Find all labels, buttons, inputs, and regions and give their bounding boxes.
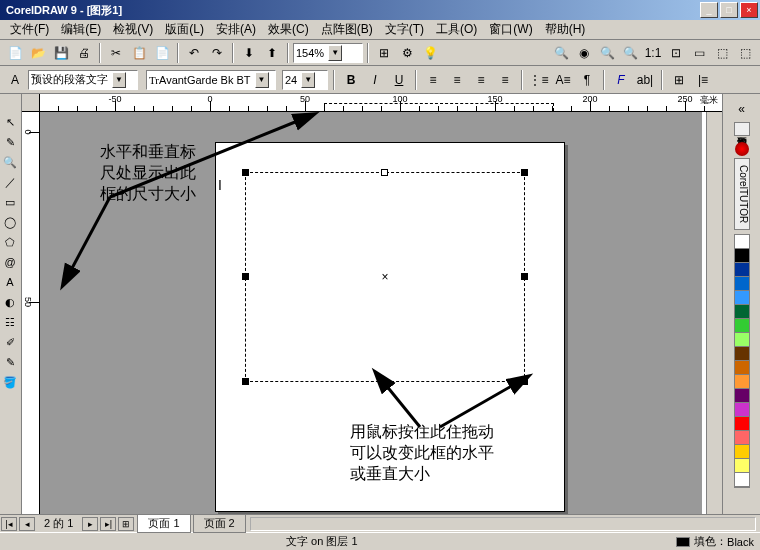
open-button[interactable]: 📂: [27, 42, 49, 64]
preset-a-button[interactable]: A: [4, 69, 26, 91]
color-swatch[interactable]: [735, 333, 749, 347]
color-swatch[interactable]: [735, 445, 749, 459]
text-preset-combo[interactable]: 预设的段落文字 ▼: [28, 70, 138, 90]
font-combo[interactable]: Tr AvantGarde Bk BT ▼: [146, 70, 276, 90]
app-launcher-button[interactable]: 🔍: [550, 42, 572, 64]
menu-arrange[interactable]: 安排(A): [210, 19, 262, 40]
zoom-in-button[interactable]: 🔍: [596, 42, 618, 64]
rectangle-tool[interactable]: ▭: [0, 192, 20, 212]
page-last-button[interactable]: ▸|: [100, 517, 116, 531]
page-add-button[interactable]: ⊞: [118, 517, 134, 531]
resize-handle-n[interactable]: [381, 169, 388, 176]
shape-tool[interactable]: ✎: [0, 132, 20, 152]
save-button[interactable]: 💾: [50, 42, 72, 64]
menu-text[interactable]: 文字(T): [379, 19, 430, 40]
edit-text-button[interactable]: ab|: [634, 69, 656, 91]
menu-edit[interactable]: 编辑(E): [55, 19, 107, 40]
outline-tool[interactable]: ✎: [0, 352, 20, 372]
close-button[interactable]: ×: [740, 2, 758, 18]
import-button[interactable]: ⬇: [238, 42, 260, 64]
interactive-transparency-tool[interactable]: ☷: [0, 312, 20, 332]
dropcap-button[interactable]: A≡: [552, 69, 574, 91]
page-first-button[interactable]: |◂: [1, 517, 17, 531]
page-tab-2[interactable]: 页面 2: [193, 514, 246, 533]
color-swatch[interactable]: [735, 263, 749, 277]
docker-tab-tutor[interactable]: CorelTUTOR: [734, 158, 750, 230]
color-swatch[interactable]: [735, 403, 749, 417]
new-button[interactable]: 📄: [4, 42, 26, 64]
zoom-combo[interactable]: 154% ▼: [293, 43, 363, 63]
dropdown-arrow-icon[interactable]: ▼: [255, 72, 269, 88]
page-prev-button[interactable]: ◂: [19, 517, 35, 531]
paste-button[interactable]: 📄: [151, 42, 173, 64]
color-swatch[interactable]: [735, 375, 749, 389]
polygon-tool[interactable]: ⬠: [0, 232, 20, 252]
page-tab-1[interactable]: 页面 1: [137, 514, 190, 533]
redo-button[interactable]: ↷: [206, 42, 228, 64]
export-button[interactable]: ⬆: [261, 42, 283, 64]
color-swatch[interactable]: [735, 459, 749, 473]
color-swatch[interactable]: [735, 305, 749, 319]
pick-tool[interactable]: ↖: [0, 112, 20, 132]
copy-button[interactable]: 📋: [128, 42, 150, 64]
color-swatch[interactable]: [735, 389, 749, 403]
resize-handle-sw[interactable]: [242, 378, 249, 385]
print-button[interactable]: 🖨: [73, 42, 95, 64]
zoom-out-button[interactable]: 🔍: [619, 42, 641, 64]
canvas[interactable]: × I 水平和垂直标 尺处显示出此 框的尺寸大小 用鼠标按住此住拖动 可以改变此…: [40, 112, 702, 514]
docker-tab-scripts[interactable]: 脚本和预设: [734, 122, 750, 136]
color-swatch[interactable]: [735, 319, 749, 333]
menu-window[interactable]: 窗口(W): [483, 19, 538, 40]
cut-button[interactable]: ✂: [105, 42, 127, 64]
resize-handle-ne[interactable]: [521, 169, 528, 176]
text-tool[interactable]: A: [0, 272, 20, 292]
format-text-button[interactable]: F: [610, 69, 632, 91]
bulb-button[interactable]: 💡: [419, 42, 441, 64]
horizontal-ruler[interactable]: 毫米 -100-50050100150200250: [40, 94, 722, 112]
text-vertical-button[interactable]: |≡: [692, 69, 714, 91]
zoom-width-button[interactable]: ⬚: [711, 42, 733, 64]
corel-button[interactable]: ◉: [573, 42, 595, 64]
eyedropper-tool[interactable]: ✐: [0, 332, 20, 352]
menu-file[interactable]: 文件(F): [4, 19, 55, 40]
page-next-button[interactable]: ▸: [82, 517, 98, 531]
dropdown-arrow-icon[interactable]: ▼: [328, 45, 342, 61]
horizontal-scrollbar[interactable]: [250, 517, 756, 531]
spiral-tool[interactable]: @: [0, 252, 20, 272]
bullets-button[interactable]: ⋮≡: [528, 69, 550, 91]
dropdown-arrow-icon[interactable]: ▼: [112, 72, 126, 88]
menu-help[interactable]: 帮助(H): [539, 19, 592, 40]
zoom-fit-button[interactable]: ⊡: [665, 42, 687, 64]
color-swatch[interactable]: [735, 277, 749, 291]
minimize-button[interactable]: _: [700, 2, 718, 18]
color-swatch[interactable]: [735, 431, 749, 445]
bold-button[interactable]: B: [340, 69, 362, 91]
options-button[interactable]: ⚙: [396, 42, 418, 64]
menu-layout[interactable]: 版面(L): [159, 19, 210, 40]
menu-bitmaps[interactable]: 点阵图(B): [315, 19, 379, 40]
zoom-tool[interactable]: 🔍: [0, 152, 20, 172]
align-left-button[interactable]: ≡: [422, 69, 444, 91]
snap-button[interactable]: ⊞: [373, 42, 395, 64]
color-swatch[interactable]: [735, 249, 749, 263]
nonprinting-button[interactable]: ⊞: [668, 69, 690, 91]
menu-effects[interactable]: 效果(C): [262, 19, 315, 40]
color-swatch[interactable]: [735, 417, 749, 431]
undo-button[interactable]: ↶: [183, 42, 205, 64]
color-swatch[interactable]: [735, 361, 749, 375]
color-swatch[interactable]: [735, 347, 749, 361]
menu-tools[interactable]: 工具(O): [430, 19, 483, 40]
color-swatch[interactable]: [735, 473, 749, 487]
color-swatch[interactable]: [735, 291, 749, 305]
panel-toggle-button[interactable]: «: [731, 98, 753, 120]
zoom-page-button[interactable]: ▭: [688, 42, 710, 64]
align-center-button[interactable]: ≡: [446, 69, 468, 91]
align-justify-button[interactable]: ≡: [494, 69, 516, 91]
zoom-height-button[interactable]: ⬚: [734, 42, 756, 64]
menu-view[interactable]: 检视(V): [107, 19, 159, 40]
dropdown-arrow-icon[interactable]: ▼: [301, 72, 315, 88]
color-swatch[interactable]: [735, 235, 749, 249]
vertical-ruler[interactable]: 050: [22, 112, 40, 514]
ellipse-tool[interactable]: ◯: [0, 212, 20, 232]
italic-button[interactable]: I: [364, 69, 386, 91]
